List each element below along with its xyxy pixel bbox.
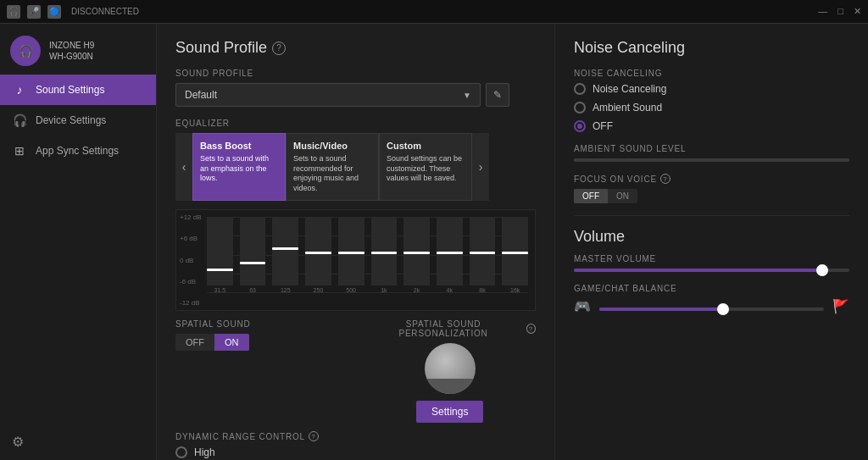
- eq-bar-track: [240, 217, 266, 285]
- nc-option-off[interactable]: OFF: [574, 120, 849, 132]
- eq-presets: ‹ Bass Boost Sets to a sound with an emp…: [175, 133, 536, 201]
- dynamic-range-help-icon[interactable]: ?: [309, 431, 319, 441]
- close-btn[interactable]: ✕: [854, 6, 861, 17]
- eq-bar-track: [338, 217, 364, 285]
- ambient-slider[interactable]: [574, 158, 849, 162]
- nc-radio-off: [574, 120, 586, 132]
- eq-bar-col[interactable]: 1k: [371, 217, 398, 293]
- spatial-toggle-group: OFF ON: [175, 334, 249, 351]
- eq-freq-label: 31.5: [214, 287, 226, 293]
- db-label-12: +12 dB: [180, 213, 202, 221]
- master-volume-thumb[interactable]: [816, 264, 828, 276]
- eq-bar-track: [403, 217, 430, 285]
- db-label-6: +6 dB: [180, 235, 202, 242]
- eq-bar-thumb[interactable]: [403, 252, 430, 254]
- eq-bar-thumb[interactable]: [207, 269, 233, 271]
- eq-freq-label: 250: [314, 287, 324, 293]
- eq-freq-label: 1k: [381, 287, 387, 293]
- dropdown-arrow-icon: ▼: [463, 91, 471, 100]
- dynamic-high-option[interactable]: High: [175, 446, 536, 458]
- mic-icon: 🎤: [27, 5, 41, 19]
- sidebar-item-sound-settings[interactable]: ♪ Sound Settings: [0, 75, 156, 105]
- eq-bar-thumb[interactable]: [437, 252, 463, 254]
- edit-profile-button[interactable]: ✎: [486, 83, 509, 107]
- brand-icon: 🎧: [10, 36, 41, 66]
- focus-toggle-group: OFF ON: [574, 189, 637, 203]
- game-chat-slider[interactable]: [599, 302, 824, 311]
- dynamic-range-label: DYNAMIC RANGE CONTROL ?: [175, 431, 536, 441]
- eq-bar-col[interactable]: 125: [272, 217, 298, 293]
- spatial-help-icon[interactable]: ?: [526, 324, 536, 334]
- db-label-0: 0 dB: [180, 257, 202, 264]
- sidebar-item-device-settings[interactable]: 🎧 Device Settings: [0, 105, 156, 136]
- nc-options: Noise Canceling Ambient Sound OFF: [574, 83, 849, 132]
- eq-bar-track: [502, 217, 528, 285]
- main-layout: 🎧 INZONE H9 WH-G900N ♪ Sound Settings 🎧 …: [0, 24, 868, 460]
- eq-bar-col[interactable]: 8k: [470, 217, 496, 293]
- eq-preset-bass-boost[interactable]: Bass Boost Sets to a sound with an empha…: [192, 133, 286, 201]
- eq-bar-thumb[interactable]: [338, 252, 364, 254]
- title-help-icon[interactable]: ?: [272, 42, 286, 55]
- spatial-on-button[interactable]: ON: [214, 334, 249, 351]
- spatial-settings-button[interactable]: Settings: [416, 401, 483, 423]
- eq-bar-track: [305, 217, 331, 285]
- window-controls: — □ ✕: [818, 6, 861, 17]
- divider: [574, 215, 849, 216]
- focus-off-button[interactable]: OFF: [574, 189, 608, 203]
- headphone-icon: 🎧: [12, 114, 27, 127]
- eq-bar-col[interactable]: 4k: [437, 217, 463, 293]
- master-volume-slider[interactable]: [574, 269, 849, 272]
- game-chat-balance-label: GAME/CHAT BALANCE: [574, 284, 849, 293]
- spatial-section: SPATIAL SOUND OFF ON SPATIAL SOUND PERSO…: [175, 319, 536, 423]
- eq-bar-thumb[interactable]: [502, 252, 528, 254]
- spatial-personalization-label: SPATIAL SOUND PERSONALIZATION ?: [364, 319, 537, 338]
- eq-bar-col[interactable]: 31.5: [207, 217, 233, 293]
- topbar-icons: 🎧 🎤 🔵 DISCONNECTED: [7, 5, 139, 19]
- dynamic-range-section: DYNAMIC RANGE CONTROL ? High Low: [175, 431, 536, 460]
- nc-radio-noise-canceling: [574, 83, 586, 95]
- sidebar: 🎧 INZONE H9 WH-G900N ♪ Sound Settings 🎧 …: [0, 24, 157, 460]
- eq-bar-col[interactable]: 2k: [403, 217, 430, 293]
- settings-icon[interactable]: ⚙: [12, 434, 144, 450]
- maximize-btn[interactable]: □: [837, 6, 843, 17]
- eq-bar-col[interactable]: 16k: [502, 217, 528, 293]
- eq-bar-track: [207, 217, 233, 285]
- minimize-btn[interactable]: —: [818, 6, 827, 17]
- eq-bar-thumb[interactable]: [305, 252, 331, 254]
- ambient-level-label: AMBIENT SOUND LEVEL: [574, 144, 849, 153]
- spatial-left: SPATIAL SOUND OFF ON: [175, 319, 348, 351]
- nc-radio-ambient: [574, 102, 586, 114]
- grid-icon: ⊞: [12, 144, 27, 158]
- sidebar-bottom: ⚙: [0, 424, 156, 460]
- focus-voice-help-icon[interactable]: ?: [660, 174, 670, 184]
- nc-option-ambient-sound[interactable]: Ambient Sound: [574, 102, 849, 114]
- eq-bar-col[interactable]: 500: [338, 217, 364, 293]
- sound-profile-label: SOUND PROFILE: [175, 69, 536, 78]
- eq-next-button[interactable]: ›: [472, 133, 489, 201]
- eq-bar-thumb[interactable]: [240, 262, 266, 264]
- eq-bar-track: [437, 217, 463, 285]
- bluetooth-icon: 🔵: [47, 5, 61, 19]
- nc-option-noise-canceling[interactable]: Noise Canceling: [574, 83, 849, 95]
- eq-freq-label: 8k: [479, 287, 485, 293]
- eq-db-labels: +12 dB +6 dB 0 dB -6 dB -12 dB: [176, 210, 205, 310]
- eq-preset-music-video[interactable]: Music/Video Sets to a sound recommended …: [286, 133, 379, 201]
- eq-bar-thumb[interactable]: [470, 252, 496, 254]
- eq-bar-thumb[interactable]: [371, 252, 398, 254]
- eq-bar-col[interactable]: 250: [305, 217, 331, 293]
- eq-cards: Bass Boost Sets to a sound with an empha…: [192, 133, 472, 201]
- eq-bar-col[interactable]: 63: [240, 217, 266, 293]
- brand-name: INZONE H9 WH-G900N: [49, 40, 94, 62]
- db-label-neg12: -12 dB: [180, 299, 202, 307]
- spatial-off-button[interactable]: OFF: [175, 334, 214, 351]
- game-chat-thumb[interactable]: [717, 303, 729, 315]
- eq-preset-custom[interactable]: Custom Sound settings can be customized.…: [379, 133, 472, 201]
- sidebar-nav: ♪ Sound Settings 🎧 Device Settings ⊞ App…: [0, 75, 156, 424]
- db-label-neg6: -6 dB: [180, 278, 202, 285]
- music-icon: ♪: [12, 83, 27, 97]
- eq-prev-button[interactable]: ‹: [175, 133, 192, 201]
- sidebar-item-app-sync-settings[interactable]: ⊞ App Sync Settings: [0, 136, 156, 166]
- sound-profile-dropdown[interactable]: Default ▼: [175, 83, 481, 107]
- eq-bar-thumb[interactable]: [272, 247, 298, 250]
- focus-on-button[interactable]: ON: [608, 189, 637, 203]
